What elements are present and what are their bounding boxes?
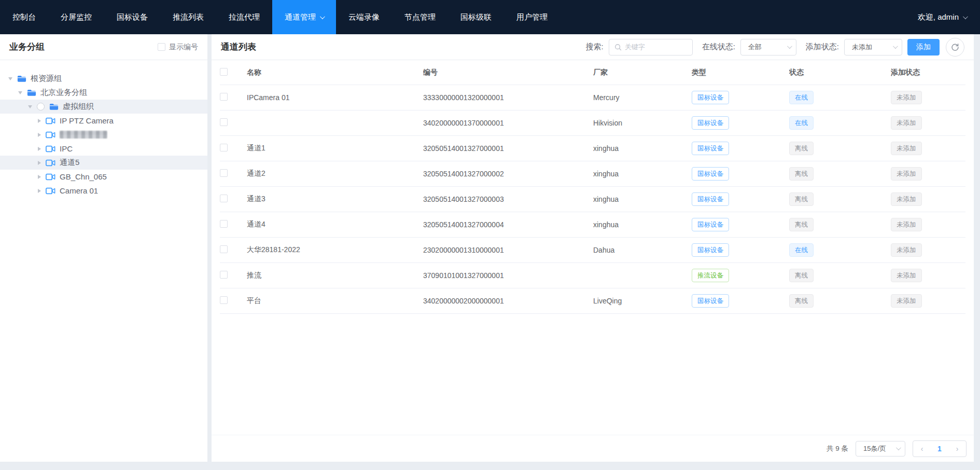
- caret-right-icon[interactable]: [38, 161, 41, 165]
- tree-item-根资源组[interactable]: 根资源组: [0, 72, 207, 86]
- pagination-bar: 共 9 条 15条/页 ‹ 1 ›: [212, 435, 974, 462]
- row-checkbox[interactable]: [220, 195, 228, 202]
- nav-tab-8[interactable]: 国标级联: [448, 0, 504, 34]
- nav-tab-1[interactable]: 分屏监控: [48, 0, 104, 34]
- type-badge: 推流设备: [692, 269, 729, 282]
- vendor: xinghua: [593, 170, 692, 178]
- page-size-select[interactable]: 15条/页: [856, 441, 905, 457]
- caret-down-icon[interactable]: [8, 77, 12, 80]
- nav-tab-label: 控制台: [12, 12, 36, 22]
- channel-name: IPCamera 01: [247, 93, 423, 102]
- column-header-3: 类型: [692, 68, 789, 77]
- nav-tab-4[interactable]: 拉流代理: [216, 0, 272, 34]
- caret-down-icon[interactable]: [18, 91, 22, 94]
- channel-id: 23020000001310000001: [423, 246, 593, 254]
- channel-name: 大华28181-2022: [247, 245, 423, 255]
- row-checkbox[interactable]: [220, 93, 228, 101]
- nav-tab-2[interactable]: 国标设备: [104, 0, 160, 34]
- table-row: 34020000001370000001Hikvision国标设备在线未添加: [220, 110, 965, 136]
- tree-item-IP PTZ Camera[interactable]: IP PTZ Camera: [0, 114, 207, 128]
- tree-item-北京业务分组[interactable]: 北京业务分组: [0, 86, 207, 100]
- tree-item-redacted[interactable]: [0, 128, 207, 142]
- page-title: 通道列表: [221, 41, 256, 53]
- vendor: Dahua: [593, 246, 692, 254]
- row-checkbox[interactable]: [220, 271, 228, 279]
- refresh-button[interactable]: [946, 38, 964, 57]
- caret-right-icon[interactable]: [38, 147, 41, 151]
- row-checkbox[interactable]: [220, 245, 228, 253]
- vendor: LiveQing: [593, 297, 692, 305]
- online-status-select[interactable]: 全部: [740, 39, 796, 56]
- radio-icon[interactable]: [37, 103, 45, 110]
- channel-id: 33330000001320000001: [423, 93, 593, 102]
- tree-item-GB_Chn_065[interactable]: GB_Chn_065: [0, 170, 207, 184]
- add-status-badge: 未添加: [891, 243, 922, 257]
- nav-tab-0[interactable]: 控制台: [0, 0, 48, 34]
- toolbar: 搜索: 在线状态: 全部 添加状态: 未添加: [581, 38, 964, 57]
- add-status-select[interactable]: 未添加: [844, 39, 902, 56]
- show-number-label: 显示编号: [169, 43, 198, 52]
- channel-name: 通道4: [247, 220, 423, 229]
- type-badge: 国标设备: [692, 192, 729, 206]
- nav-tab-label: 通道管理: [285, 12, 316, 22]
- tree-item-虚拟组织[interactable]: 虚拟组织: [0, 100, 207, 114]
- tree-item-通道5[interactable]: 通道5: [0, 156, 207, 170]
- table-row: 平台34020000002000000001LiveQing国标设备离线未添加: [220, 288, 965, 314]
- tree-item-Camera 01[interactable]: Camera 01: [0, 184, 207, 198]
- top-nav: 控制台分屏监控国标设备推流列表拉流代理通道管理云端录像节点管理国标级联用户管理 …: [0, 0, 980, 34]
- nav-tab-7[interactable]: 节点管理: [392, 0, 448, 34]
- prev-page-button[interactable]: ‹: [913, 441, 931, 457]
- show-number-checkbox[interactable]: [158, 43, 165, 51]
- refresh-icon: [951, 43, 959, 51]
- nav-tab-label: 云端录像: [348, 12, 380, 22]
- add-status-filter-label: 添加状态:: [806, 42, 839, 52]
- folder-icon: [27, 89, 36, 96]
- caret-right-icon[interactable]: [38, 175, 41, 179]
- nav-tab-3[interactable]: 推流列表: [160, 0, 216, 34]
- row-checkbox[interactable]: [220, 118, 228, 126]
- caret-right-icon[interactable]: [38, 119, 41, 123]
- row-checkbox[interactable]: [220, 144, 228, 151]
- search-input[interactable]: [625, 43, 687, 51]
- column-header-1: 编号: [423, 68, 593, 77]
- nav-tab-5[interactable]: 通道管理: [272, 0, 336, 34]
- add-status-badge: 未添加: [891, 218, 922, 231]
- current-page-button[interactable]: 1: [931, 441, 948, 457]
- vendor: xinghua: [593, 195, 692, 203]
- tree-item-label: 根资源组: [31, 74, 62, 84]
- show-number-toggle[interactable]: 显示编号: [158, 43, 198, 52]
- vendor: xinghua: [593, 220, 692, 229]
- caret-right-icon[interactable]: [38, 189, 41, 193]
- select-all-checkbox[interactable]: [220, 68, 228, 76]
- row-checkbox[interactable]: [220, 296, 228, 304]
- table-header-row: 名称编号厂家类型状态添加状态: [220, 60, 965, 85]
- caret-down-icon[interactable]: [28, 105, 32, 108]
- online-status-value: 全部: [748, 43, 782, 52]
- pager: ‹ 1 ›: [913, 440, 967, 457]
- search-label: 搜索:: [585, 42, 603, 52]
- search-icon: [614, 44, 622, 51]
- tree-item-IPC[interactable]: IPC: [0, 142, 207, 156]
- row-checkbox[interactable]: [220, 169, 228, 177]
- nav-tab-6[interactable]: 云端录像: [336, 0, 392, 34]
- nav-tab-9[interactable]: 用户管理: [504, 0, 560, 34]
- caret-right-icon[interactable]: [38, 133, 41, 137]
- next-page-button[interactable]: ›: [948, 441, 966, 457]
- status-badge: 在线: [789, 91, 814, 104]
- type-badge: 国标设备: [692, 142, 729, 155]
- nav-tab-label: 推流列表: [173, 12, 204, 22]
- channel-header: 通道列表 搜索: 在线状态: 全部 添加状态: 未添加: [212, 34, 974, 60]
- add-button[interactable]: 添加: [907, 39, 940, 56]
- status-badge: 在线: [789, 116, 814, 130]
- table-row: 推流37090101001327000001推流设备离线未添加: [220, 263, 965, 288]
- nav-tab-label: 节点管理: [404, 12, 436, 22]
- chevron-down-icon: [320, 14, 325, 19]
- camera-icon: [46, 117, 55, 125]
- user-menu[interactable]: 欢迎, admin: [918, 0, 980, 34]
- table-row: 通道132050514001327000001xinghua国标设备离线未添加: [220, 136, 965, 161]
- row-checkbox[interactable]: [220, 220, 228, 228]
- tree-item-label: 北京业务分组: [40, 88, 87, 98]
- column-header-4: 状态: [789, 68, 891, 77]
- chevron-down-icon: [896, 445, 901, 450]
- status-badge: 在线: [789, 243, 814, 257]
